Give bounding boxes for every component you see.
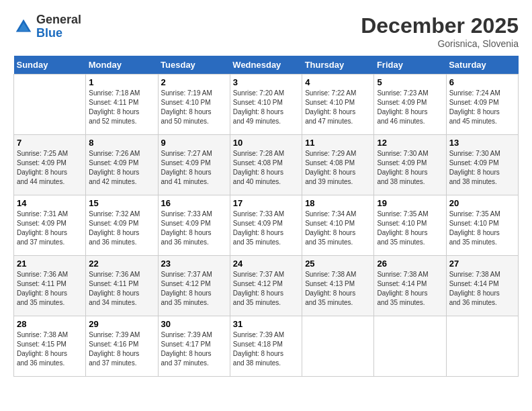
day-number: 9 [161,138,227,148]
day-number: 19 [377,198,443,208]
title-block: December 2025 Gorisnica, Slovenia [361,13,519,49]
calendar-week-row: 14Sunrise: 7:31 AM Sunset: 4:09 PM Dayli… [14,195,519,256]
calendar-cell: 19Sunrise: 7:35 AM Sunset: 4:10 PM Dayli… [374,195,446,256]
calendar-cell: 1Sunrise: 7:18 AM Sunset: 4:11 PM Daylig… [86,75,158,135]
day-info: Sunrise: 7:39 AM Sunset: 4:16 PM Dayligh… [89,330,154,368]
day-number: 21 [17,259,83,269]
day-info: Sunrise: 7:34 AM Sunset: 4:10 PM Dayligh… [305,210,371,247]
day-number: 7 [17,138,83,148]
calendar-cell: 10Sunrise: 7:28 AM Sunset: 4:08 PM Dayli… [230,135,302,195]
weekday-header-saturday: Saturday [446,56,518,75]
day-info: Sunrise: 7:26 AM Sunset: 4:09 PM Dayligh… [89,149,154,187]
day-number: 29 [89,319,154,329]
weekday-header-sunday: Sunday [14,56,86,75]
calendar-cell: 21Sunrise: 7:36 AM Sunset: 4:11 PM Dayli… [14,256,86,316]
calendar-cell: 20Sunrise: 7:35 AM Sunset: 4:10 PM Dayli… [446,195,518,256]
day-number: 1 [89,77,154,87]
calendar-cell: 2Sunrise: 7:19 AM Sunset: 4:10 PM Daylig… [158,75,230,135]
calendar-cell: 14Sunrise: 7:31 AM Sunset: 4:09 PM Dayli… [14,195,86,256]
calendar-cell: 16Sunrise: 7:33 AM Sunset: 4:09 PM Dayli… [158,195,230,256]
day-number: 13 [449,138,515,148]
day-info: Sunrise: 7:37 AM Sunset: 4:12 PM Dayligh… [161,270,227,308]
day-info: Sunrise: 7:39 AM Sunset: 4:18 PM Dayligh… [233,330,299,368]
calendar-cell: 23Sunrise: 7:37 AM Sunset: 4:12 PM Dayli… [158,256,230,316]
day-number: 18 [305,198,371,208]
day-number: 16 [161,198,227,208]
day-info: Sunrise: 7:22 AM Sunset: 4:10 PM Dayligh… [305,89,371,126]
day-number: 23 [161,259,227,269]
day-number: 11 [305,138,371,148]
day-number: 2 [161,77,227,87]
calendar-cell: 18Sunrise: 7:34 AM Sunset: 4:10 PM Dayli… [302,195,374,256]
month-title: December 2025 [361,13,519,38]
calendar-cell: 15Sunrise: 7:32 AM Sunset: 4:09 PM Dayli… [86,195,158,256]
day-info: Sunrise: 7:31 AM Sunset: 4:09 PM Dayligh… [17,210,83,247]
day-number: 5 [377,77,443,87]
calendar-cell: 31Sunrise: 7:39 AM Sunset: 4:18 PM Dayli… [230,316,302,377]
weekday-header-row: SundayMondayTuesdayWednesdayThursdayFrid… [14,56,519,75]
day-number: 6 [449,77,515,87]
weekday-header-monday: Monday [86,56,158,75]
day-info: Sunrise: 7:18 AM Sunset: 4:11 PM Dayligh… [89,89,154,126]
calendar-cell: 28Sunrise: 7:38 AM Sunset: 4:15 PM Dayli… [14,316,86,377]
day-number: 3 [233,77,299,87]
day-info: Sunrise: 7:38 AM Sunset: 4:15 PM Dayligh… [17,330,83,368]
calendar-cell [374,316,446,377]
day-info: Sunrise: 7:39 AM Sunset: 4:17 PM Dayligh… [161,330,227,368]
location-label: Gorisnica, Slovenia [361,38,519,49]
day-number: 8 [89,138,154,148]
calendar-cell: 11Sunrise: 7:29 AM Sunset: 4:08 PM Dayli… [302,135,374,195]
day-info: Sunrise: 7:36 AM Sunset: 4:11 PM Dayligh… [17,270,83,308]
calendar-week-row: 1Sunrise: 7:18 AM Sunset: 4:11 PM Daylig… [14,75,519,135]
calendar-cell: 4Sunrise: 7:22 AM Sunset: 4:10 PM Daylig… [302,75,374,135]
day-info: Sunrise: 7:30 AM Sunset: 4:09 PM Dayligh… [377,149,443,187]
day-number: 28 [17,319,83,329]
logo-icon [13,17,34,37]
logo-general-label: General [36,13,81,27]
day-info: Sunrise: 7:30 AM Sunset: 4:09 PM Dayligh… [449,149,515,187]
day-info: Sunrise: 7:27 AM Sunset: 4:09 PM Dayligh… [161,149,227,187]
page-header: General Blue December 2025 Gorisnica, Sl… [13,13,519,49]
calendar-cell: 6Sunrise: 7:24 AM Sunset: 4:09 PM Daylig… [446,75,518,135]
logo: General Blue [13,13,81,40]
day-number: 10 [233,138,299,148]
calendar-cell: 12Sunrise: 7:30 AM Sunset: 4:09 PM Dayli… [374,135,446,195]
day-number: 4 [305,77,371,87]
day-info: Sunrise: 7:24 AM Sunset: 4:09 PM Dayligh… [449,89,515,126]
calendar-cell [14,75,86,135]
calendar-cell: 30Sunrise: 7:39 AM Sunset: 4:17 PM Dayli… [158,316,230,377]
calendar-cell: 8Sunrise: 7:26 AM Sunset: 4:09 PM Daylig… [86,135,158,195]
calendar-cell [302,316,374,377]
day-info: Sunrise: 7:28 AM Sunset: 4:08 PM Dayligh… [233,149,299,187]
day-number: 15 [89,198,154,208]
day-number: 22 [89,259,154,269]
calendar-cell: 7Sunrise: 7:25 AM Sunset: 4:09 PM Daylig… [14,135,86,195]
day-info: Sunrise: 7:38 AM Sunset: 4:14 PM Dayligh… [449,270,515,308]
day-info: Sunrise: 7:33 AM Sunset: 4:09 PM Dayligh… [161,210,227,247]
weekday-header-friday: Friday [374,56,446,75]
day-number: 30 [161,319,227,329]
logo-blue-label: Blue [36,27,81,40]
calendar-table: SundayMondayTuesdayWednesdayThursdayFrid… [13,56,519,377]
day-number: 14 [17,198,83,208]
day-info: Sunrise: 7:19 AM Sunset: 4:10 PM Dayligh… [161,89,227,126]
day-info: Sunrise: 7:32 AM Sunset: 4:09 PM Dayligh… [89,210,154,247]
day-info: Sunrise: 7:38 AM Sunset: 4:13 PM Dayligh… [305,270,371,308]
day-info: Sunrise: 7:35 AM Sunset: 4:10 PM Dayligh… [377,210,443,247]
day-info: Sunrise: 7:38 AM Sunset: 4:14 PM Dayligh… [377,270,443,308]
calendar-cell: 24Sunrise: 7:37 AM Sunset: 4:12 PM Dayli… [230,256,302,316]
day-number: 24 [233,259,299,269]
calendar-cell: 26Sunrise: 7:38 AM Sunset: 4:14 PM Dayli… [374,256,446,316]
day-info: Sunrise: 7:23 AM Sunset: 4:09 PM Dayligh… [377,89,443,126]
day-info: Sunrise: 7:20 AM Sunset: 4:10 PM Dayligh… [233,89,299,126]
calendar-cell: 27Sunrise: 7:38 AM Sunset: 4:14 PM Dayli… [446,256,518,316]
calendar-cell: 5Sunrise: 7:23 AM Sunset: 4:09 PM Daylig… [374,75,446,135]
day-info: Sunrise: 7:29 AM Sunset: 4:08 PM Dayligh… [305,149,371,187]
calendar-week-row: 21Sunrise: 7:36 AM Sunset: 4:11 PM Dayli… [14,256,519,316]
calendar-cell: 17Sunrise: 7:33 AM Sunset: 4:09 PM Dayli… [230,195,302,256]
calendar-cell: 3Sunrise: 7:20 AM Sunset: 4:10 PM Daylig… [230,75,302,135]
calendar-cell: 9Sunrise: 7:27 AM Sunset: 4:09 PM Daylig… [158,135,230,195]
day-number: 26 [377,259,443,269]
day-number: 20 [449,198,515,208]
day-number: 31 [233,319,299,329]
